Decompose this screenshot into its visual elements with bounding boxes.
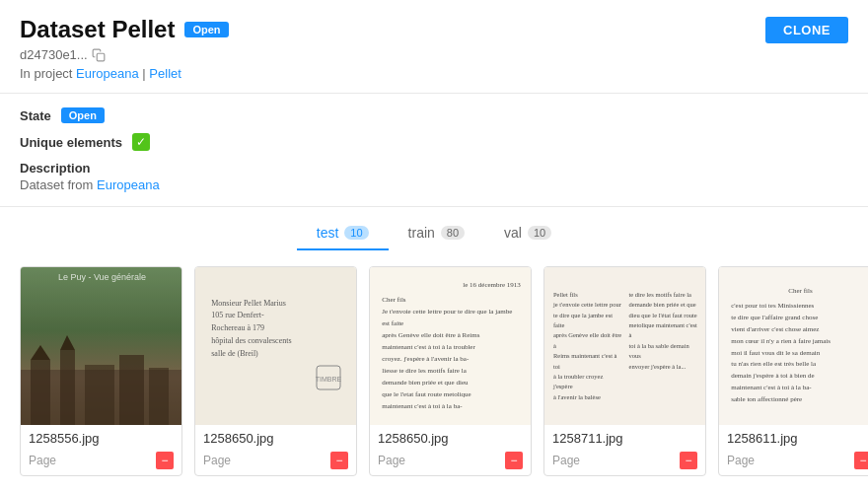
svg-rect-4 <box>85 365 114 425</box>
image-tag-5: Page <box>727 454 755 467</box>
tabs-section: test 10 train 80 val 10 <box>0 207 868 250</box>
desc-link[interactable]: Europeana <box>97 177 160 192</box>
dataset-id-row: d24730e1... <box>20 47 848 62</box>
page-title: Dataset Pellet <box>20 16 175 43</box>
tab-train-label: train <box>408 225 435 241</box>
image-delete-2[interactable]: − <box>330 452 348 469</box>
image-delete-5[interactable]: − <box>854 452 868 469</box>
title-row: Dataset Pellet Open CLONE <box>20 16 848 43</box>
image-delete-3[interactable]: − <box>505 452 523 469</box>
clone-button[interactable]: CLONE <box>765 17 848 43</box>
tab-train[interactable]: train 80 <box>389 217 484 250</box>
project-link-europeana[interactable]: Europeana <box>76 66 139 81</box>
unique-row: Unique elements ✓ <box>20 133 848 151</box>
image-tag-3: Page <box>378 454 405 467</box>
image-tag-1: Page <box>29 454 56 467</box>
open-badge: Open <box>184 22 228 37</box>
image-footer-3: Page − <box>370 448 531 475</box>
desc-label: Description <box>20 161 848 176</box>
image-name-1: 1258556.jpg <box>21 425 181 448</box>
image-delete-4[interactable]: − <box>680 452 697 469</box>
image-footer-2: Page − <box>195 448 356 475</box>
svg-rect-6 <box>149 368 169 425</box>
image-thumbnail-5[interactable]: Cher fils c'est pour toi tes Minissienne… <box>719 267 868 425</box>
in-project-row: In project Europeana | Pellet <box>20 66 848 81</box>
image-thumbnail-4[interactable]: Pellet fils je t'envoie cette lettre pou… <box>544 267 706 425</box>
meta-section: State Open Unique elements ✓ Description… <box>0 94 868 207</box>
svg-rect-3 <box>60 350 75 425</box>
image-card-4: Pellet fils je t'envoie cette lettre pou… <box>543 266 706 476</box>
image-card-2: Monsieur Pellet Marius 105 rue Denfert- … <box>194 266 357 476</box>
image-card-3: le 16 décembre 1913 Cher fils Je t'envoi… <box>369 266 532 476</box>
tab-test-count: 10 <box>344 226 368 240</box>
project-link-pellet[interactable]: Pellet <box>149 66 181 81</box>
tab-test[interactable]: test 10 <box>297 217 389 250</box>
image-thumbnail-1[interactable]: Le Puy - Vue générale <box>21 267 182 425</box>
image-name-5: 1258611.jpg <box>719 425 868 448</box>
description-section: Description Dataset from Europeana <box>20 161 848 192</box>
in-project-prefix: In project <box>20 66 72 81</box>
svg-marker-8 <box>60 335 75 350</box>
desc-text: Dataset from Europeana <box>20 177 848 192</box>
unique-label: Unique elements <box>20 135 122 150</box>
svg-rect-0 <box>97 53 105 61</box>
svg-marker-7 <box>31 345 50 360</box>
image-card-1: Le Puy - Vue générale 1258556.jpg Page − <box>20 266 182 476</box>
tab-val[interactable]: val 10 <box>484 217 571 250</box>
check-icon: ✓ <box>132 133 150 151</box>
tab-val-count: 10 <box>528 226 551 240</box>
dataset-id: d24730e1... <box>20 47 88 62</box>
images-grid: Le Puy - Vue générale 1258556.jpg Page − <box>0 250 868 492</box>
svg-text:TIMBRE: TIMBRE <box>316 376 342 383</box>
svg-rect-2 <box>31 360 50 425</box>
tab-train-count: 80 <box>441 226 465 240</box>
title-left: Dataset Pellet Open <box>20 16 229 43</box>
image-footer-4: Page − <box>544 448 705 475</box>
image-name-3: 1258650.jpg <box>370 425 531 448</box>
image-footer-5: Page − <box>719 448 868 475</box>
image-footer-1: Page − <box>21 448 181 475</box>
image-tag-4: Page <box>552 454 580 467</box>
svg-rect-5 <box>119 355 144 425</box>
image-tag-2: Page <box>203 454 231 467</box>
image-thumbnail-3[interactable]: le 16 décembre 1913 Cher fils Je t'envoi… <box>370 267 532 425</box>
image-thumbnail-2[interactable]: Monsieur Pellet Marius 105 rue Denfert- … <box>195 267 357 425</box>
state-label: State <box>20 108 51 123</box>
tab-test-label: test <box>317 225 339 241</box>
image-card-5: Cher fils c'est pour toi tes Minissienne… <box>718 266 868 476</box>
image-name-4: 1258711.jpg <box>544 425 705 448</box>
tab-val-label: val <box>504 225 522 241</box>
image-delete-1[interactable]: − <box>156 452 174 469</box>
state-row: State Open <box>20 107 848 123</box>
state-value: Open <box>61 107 105 123</box>
copy-icon[interactable] <box>92 48 106 62</box>
header-section: Dataset Pellet Open CLONE d24730e1... In… <box>0 0 868 94</box>
image-name-2: 1258650.jpg <box>195 425 356 448</box>
